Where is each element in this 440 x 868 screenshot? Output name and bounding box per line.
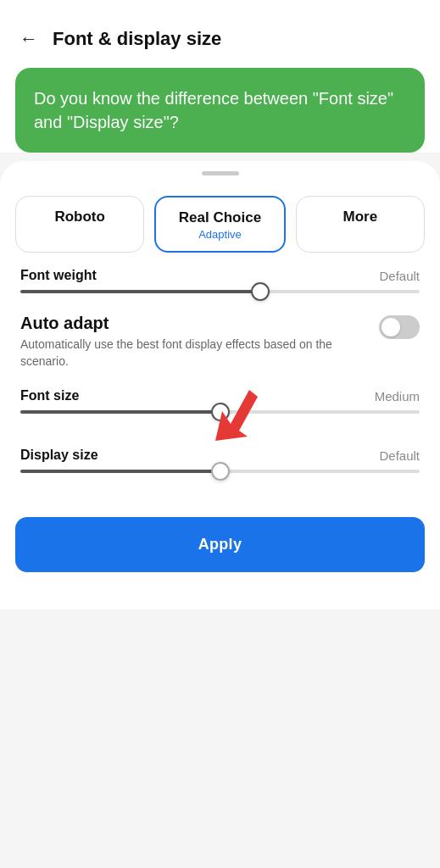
tab-more[interactable]: More bbox=[296, 196, 425, 253]
main-content: Roboto Real Choice Adaptive More Font we… bbox=[0, 161, 440, 609]
settings-section: Font weight Default Auto adapt Automatic… bbox=[0, 268, 440, 473]
font-weight-label: Font weight bbox=[20, 268, 97, 283]
info-card: Do you know the difference between "Font… bbox=[15, 68, 425, 153]
font-weight-fill bbox=[20, 290, 260, 293]
font-tabs: Roboto Real Choice Adaptive More bbox=[0, 189, 440, 268]
back-arrow-icon: ← bbox=[19, 28, 38, 50]
auto-adapt-text-block: Auto adapt Automatically use the best fo… bbox=[20, 314, 365, 370]
apply-button-wrapper: Apply bbox=[0, 500, 440, 593]
display-size-label-row: Display size Default bbox=[20, 448, 420, 463]
font-size-track[interactable] bbox=[20, 410, 420, 414]
display-size-track[interactable] bbox=[20, 470, 420, 473]
font-size-label-row: Font size Medium bbox=[20, 388, 420, 403]
apply-button[interactable]: Apply bbox=[15, 517, 425, 572]
page-title: Font & display size bbox=[53, 28, 221, 50]
toggle-knob bbox=[382, 318, 400, 337]
tab-real-choice-sub: Adaptive bbox=[163, 228, 276, 241]
tab-more-label: More bbox=[304, 209, 417, 225]
font-size-row: Font size Medium bbox=[20, 388, 420, 414]
font-weight-track[interactable] bbox=[20, 290, 420, 293]
display-size-value: Default bbox=[379, 448, 420, 463]
font-weight-thumb[interactable] bbox=[251, 282, 270, 301]
tab-real-choice[interactable]: Real Choice Adaptive bbox=[154, 196, 285, 253]
tab-roboto-label: Roboto bbox=[23, 209, 136, 225]
info-card-wrapper: Do you know the difference between "Font… bbox=[0, 68, 440, 153]
font-weight-value: Default bbox=[379, 269, 420, 283]
font-size-value: Medium bbox=[375, 389, 420, 403]
display-size-thumb[interactable] bbox=[211, 462, 230, 481]
back-button[interactable]: ← bbox=[14, 24, 44, 54]
auto-adapt-title: Auto adapt bbox=[20, 314, 365, 333]
auto-adapt-desc: Automatically use the best font display … bbox=[20, 337, 332, 368]
font-size-fill bbox=[20, 410, 220, 414]
font-size-thumb[interactable] bbox=[211, 403, 230, 421]
font-size-label: Font size bbox=[20, 388, 79, 403]
drag-handle[interactable] bbox=[0, 161, 440, 189]
display-size-row: Display size Default bbox=[20, 448, 420, 473]
tab-roboto[interactable]: Roboto bbox=[15, 196, 144, 253]
header: ← Font & display size bbox=[0, 0, 440, 68]
tab-real-choice-main: Real Choice bbox=[163, 209, 276, 226]
display-size-fill bbox=[20, 470, 220, 473]
auto-adapt-toggle[interactable] bbox=[379, 315, 420, 339]
auto-adapt-row: Auto adapt Automatically use the best fo… bbox=[20, 314, 420, 370]
display-size-label: Display size bbox=[20, 448, 98, 463]
drag-bar bbox=[202, 171, 239, 175]
info-card-text: Do you know the difference between "Font… bbox=[34, 89, 393, 131]
font-weight-label-row: Font weight Default bbox=[20, 268, 420, 283]
font-weight-row: Font weight Default bbox=[20, 268, 420, 293]
